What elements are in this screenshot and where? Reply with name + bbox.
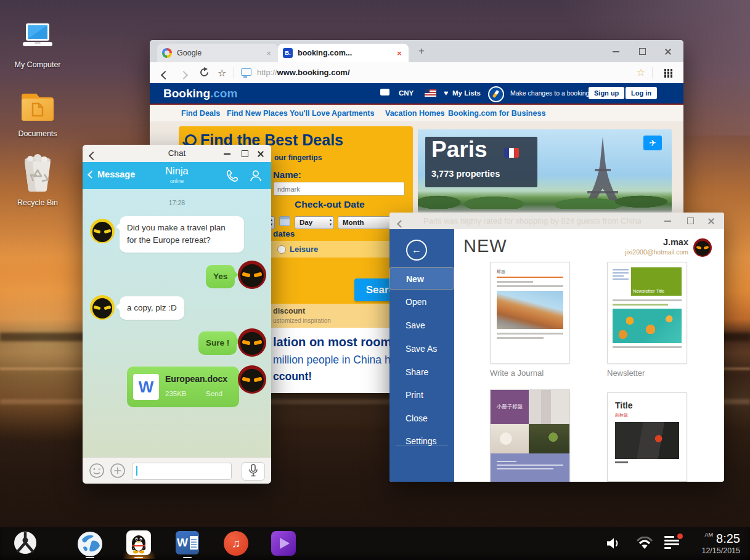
contact-profile-icon[interactable] [249, 169, 263, 185]
contact-avatar[interactable] [90, 219, 115, 243]
self-avatar[interactable] [238, 328, 266, 357]
bookmark-star-icon[interactable]: ☆ [218, 67, 226, 79]
forward-icon[interactable] [181, 70, 187, 81]
outgoing-message: Sure ! [198, 331, 237, 355]
volume-icon[interactable] [606, 537, 622, 553]
voice-message-button[interactable] [242, 462, 265, 481]
back-icon[interactable] [398, 218, 404, 229]
my-lists-link[interactable]: My Lists [452, 89, 481, 97]
document-page [190, 536, 198, 550]
date: 12/15/2015 [701, 546, 740, 555]
clock[interactable]: AM8:25 12/15/2015 [701, 532, 740, 555]
google-favicon [162, 48, 172, 58]
browser-taskbar-icon[interactable] [77, 531, 103, 559]
make-changes-link[interactable]: Make changes to a booking [510, 89, 589, 97]
video-taskbar-icon[interactable] [271, 531, 296, 556]
notifications-icon[interactable] [664, 536, 680, 549]
favorite-star-icon[interactable]: ☆ [637, 67, 645, 78]
message-input[interactable] [132, 463, 232, 480]
destination-input[interactable] [273, 182, 405, 196]
contact-status: online [83, 178, 271, 184]
qq-taskbar-icon[interactable] [126, 530, 151, 558]
tab-google[interactable]: Google × [157, 44, 278, 62]
launcher-icon[interactable] [14, 531, 37, 557]
menu-settings[interactable]: Settings [389, 430, 454, 452]
minimize-button[interactable] [660, 213, 676, 229]
chat-bubble-icon[interactable] [380, 89, 389, 95]
browser-tab-bar[interactable]: Google × B. booking.com... × + [150, 40, 683, 62]
chat-input-bar [83, 457, 271, 484]
paris-banner[interactable]: Paris 3,773 properties ✈ [418, 129, 672, 213]
music-taskbar-icon[interactable]: ♫ [224, 531, 248, 556]
file-attachment-message[interactable]: W European.docx 235KB Send [127, 367, 239, 407]
paris-city-label: Paris [431, 137, 487, 163]
browser-address-bar: ☆ http://www.booking.com/ ☆ [150, 62, 683, 84]
close-button[interactable] [703, 213, 719, 229]
meridiem: AM [705, 532, 714, 538]
menu-close[interactable]: Close [389, 407, 454, 429]
menu-print[interactable]: Print [389, 384, 454, 406]
language-flag-icon[interactable] [425, 89, 436, 97]
leisure-radio[interactable] [277, 245, 286, 254]
day-select[interactable]: Day▴ ▾ [295, 216, 334, 229]
menu-save[interactable]: Save [389, 314, 454, 336]
chat-title-bar[interactable]: Chat [83, 145, 271, 162]
back-icon[interactable] [162, 70, 168, 81]
tab-booking-active[interactable]: B. booking.com... × [278, 44, 409, 62]
back-circle-icon[interactable]: ← [406, 240, 427, 261]
new-tab-button[interactable]: + [418, 45, 425, 57]
desktop-icon-my-computer[interactable]: My Computer [4, 22, 71, 69]
desktop-icon-documents[interactable]: Documents [4, 89, 71, 138]
word-taskbar-icon[interactable]: W [176, 531, 199, 554]
booking-logo[interactable]: Booking.com [163, 87, 237, 100]
nav-apartments[interactable]: Apartments [332, 109, 374, 118]
maximize-button[interactable] [634, 43, 650, 59]
template-title-doc[interactable]: Title 副标题 [607, 392, 687, 482]
contact-avatar[interactable] [90, 295, 115, 320]
nav-find-deals[interactable]: Find Deals [181, 109, 220, 118]
self-avatar[interactable] [238, 261, 266, 289]
maximize-button[interactable] [682, 213, 698, 229]
menu-new[interactable]: New [389, 267, 454, 290]
template-newsletter[interactable]: Newsletter Title [607, 262, 687, 363]
word-sidebar: ← New Open Save Save As Share Print Clos… [389, 229, 454, 482]
tab-close-icon[interactable]: × [395, 49, 404, 58]
tab-close-icon[interactable]: × [264, 49, 273, 58]
chat-message-area: 17:28 Did you make a travel plan for the… [83, 189, 271, 458]
currency-selector[interactable]: CNY [399, 89, 414, 97]
nav-vacation-homes[interactable]: Vacation Homes [385, 109, 445, 118]
user-avatar[interactable] [693, 238, 712, 257]
self-avatar[interactable] [238, 365, 266, 394]
promo-line-2: million people in China hav [273, 354, 402, 367]
compass-icon[interactable] [488, 86, 504, 102]
url-text[interactable]: http://www.booking.com/ [257, 68, 350, 77]
menu-share[interactable]: Share [389, 361, 454, 383]
decor-rule [497, 277, 563, 278]
dates-text: dates [273, 229, 295, 238]
trash-icon [20, 154, 55, 192]
maximize-button[interactable] [237, 145, 253, 161]
wifi-icon[interactable] [636, 537, 653, 552]
emoji-icon[interactable] [89, 463, 105, 481]
flights-button[interactable]: ✈ [643, 136, 662, 150]
close-button[interactable] [660, 43, 676, 59]
minimize-button[interactable] [608, 43, 624, 59]
add-attachment-icon[interactable] [110, 463, 126, 481]
template-brochure[interactable]: 小册子标题 [490, 389, 570, 482]
log-in-button[interactable]: Log in [626, 87, 657, 99]
menu-save-as[interactable]: Save As [389, 338, 454, 360]
nav-new-places[interactable]: Find New Places You'll Love [227, 109, 330, 118]
desktop-icon-recycle-bin[interactable]: Recycle Bin [4, 154, 71, 207]
apps-grid-icon[interactable] [664, 69, 667, 71]
laptop-icon [20, 22, 55, 54]
word-title-bar[interactable]: Paris was highly rated for shopping by 8… [389, 213, 724, 229]
menu-open[interactable]: Open [389, 291, 454, 313]
sign-up-button[interactable]: Sign up [589, 87, 624, 99]
calendar-icon[interactable] [279, 216, 290, 226]
template-journal[interactable]: 标题 [490, 262, 570, 363]
reload-icon[interactable] [199, 67, 210, 80]
close-button[interactable] [253, 145, 269, 161]
minimize-button[interactable] [219, 145, 235, 161]
call-icon[interactable] [226, 169, 239, 185]
nav-business[interactable]: Booking.com for Business [448, 109, 545, 118]
